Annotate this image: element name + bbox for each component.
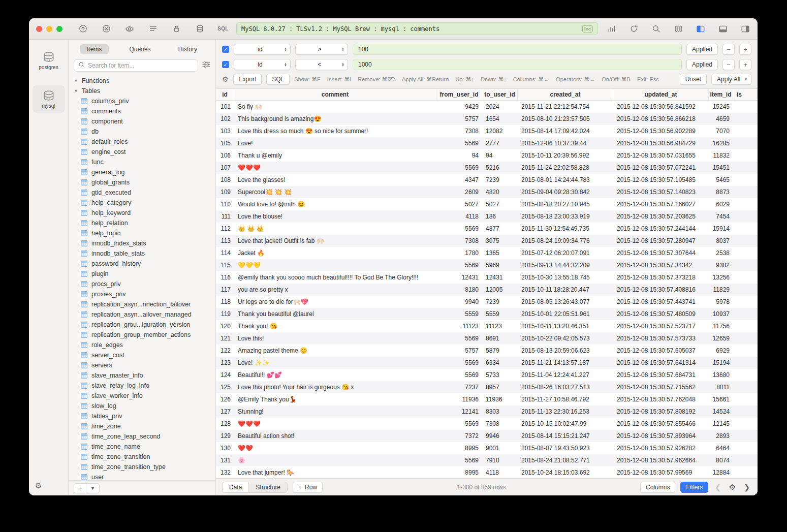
table-row[interactable]: 116@emily thank you soooo much beautiful…	[216, 271, 758, 284]
table-cell[interactable]	[733, 418, 758, 430]
table-cell[interactable]: 9940	[436, 296, 482, 308]
table-cell[interactable]	[733, 101, 758, 113]
table-cell[interactable]	[733, 308, 758, 320]
table-cell[interactable]: Love this photo! Your hair is gorgeous 😘…	[234, 381, 436, 393]
table-cell[interactable]: 12431	[436, 271, 482, 284]
table-cell[interactable]: 5216	[482, 162, 518, 174]
table-cell[interactable]: 2015-08-26 16:03:27.513	[518, 381, 613, 393]
table-cell[interactable]: 2015-10-11 20:39:56.992	[518, 149, 613, 162]
table-cell[interactable]: ❤️❤️❤️	[234, 162, 436, 174]
table-row[interactable]: 118Ur legs are to die for🙌🏻💖994072392015…	[216, 296, 758, 308]
table-cell[interactable]: 112	[216, 223, 234, 235]
table-cell[interactable]: 2015-12-08 15:30:57.480509	[613, 308, 709, 320]
sidebar-table-item[interactable]: help_relation	[69, 218, 215, 228]
table-cell[interactable]: 5757	[436, 345, 482, 357]
table-row[interactable]: 107❤️❤️❤️556952162015-11-24 22:02:58.828…	[216, 162, 758, 174]
table-cell[interactable]: 2015-12-08 15:30:57.166027	[613, 198, 709, 210]
table-cell[interactable]: 5569	[436, 357, 482, 369]
table-cell[interactable]: Love that jacket! Outfit is fab 🙌🏻	[234, 235, 436, 247]
table-cell[interactable]: 114	[216, 247, 234, 259]
table-cell[interactable]	[733, 137, 758, 149]
remove-filter-button[interactable]: −	[722, 44, 735, 55]
table-cell[interactable]: 2015-12-08 15:30:57.203625	[613, 210, 709, 223]
sidebar-table-item[interactable]: help_topic	[69, 228, 215, 238]
table-row[interactable]: 115💛💛💛556959692015-09-13 14:44:32.209201…	[216, 259, 758, 271]
table-cell[interactable]: Jacket 🔥	[234, 247, 436, 259]
table-cell[interactable]: 6334	[482, 357, 518, 369]
table-cell[interactable]: 122	[216, 345, 234, 357]
table-cell[interactable]: 2015-12-08 15:30:57.072241	[613, 162, 709, 174]
table-cell[interactable]: 7070	[709, 125, 733, 137]
rows-icon[interactable]	[148, 24, 158, 34]
section-tables[interactable]: ▼ Tables	[69, 86, 215, 96]
table-cell[interactable]: 5559	[436, 308, 482, 320]
table-cell[interactable]: 5969	[482, 259, 518, 271]
table-row[interactable]: 124Beautiful!! 💕💕556957332015-11-04 12:2…	[216, 369, 758, 381]
table-cell[interactable]: Thank you! 😘	[234, 320, 436, 332]
table-cell[interactable]: 8995	[436, 466, 482, 478]
table-cell[interactable]: Beautiful action shot!	[234, 430, 436, 442]
toggle-bottom-panel-icon[interactable]	[718, 24, 728, 34]
table-cell[interactable]: 5569	[436, 137, 482, 149]
table-cell[interactable]: 11123	[482, 320, 518, 332]
sidebar-table-item[interactable]: gtid_executed	[69, 187, 215, 198]
sidebar-table-item[interactable]: time_zone_transition_type	[69, 462, 215, 472]
table-row[interactable]: 101So fly 🙌🏻942920242015-11-21 22:12:54.…	[216, 101, 758, 113]
table-cell[interactable]: 2015-08-07 19:43:50.923	[518, 442, 613, 454]
table-cell[interactable]: So fly 🙌🏻	[234, 101, 436, 113]
table-cell[interactable]: 👑 👑 👑	[234, 223, 436, 235]
table-cell[interactable]: 2015-08-18 23:00:33.919	[518, 210, 613, 223]
column-header[interactable]: created_at	[518, 89, 613, 100]
table-row[interactable]: 119Thank you beautiful @laurel5559555920…	[216, 308, 758, 320]
add-item-button[interactable]: +	[74, 484, 86, 493]
table-cell[interactable]: 12145	[709, 418, 733, 430]
table-cell[interactable]: you are so pretty x	[234, 284, 436, 296]
table-cell[interactable]: 2015-10-11 13:20:46.351	[518, 320, 613, 332]
table-cell[interactable]: 2015-08-24 19:09:34.776	[518, 235, 613, 247]
sidebar-table-item[interactable]: time_zone_transition	[69, 452, 215, 462]
table-cell[interactable]: 7308	[482, 418, 518, 430]
table-cell[interactable]: 106	[216, 149, 234, 162]
table-cell[interactable]: 2015-08-18 20:27:10.945	[518, 198, 613, 210]
table-cell[interactable]: 12141	[436, 405, 482, 418]
table-cell[interactable]: 2015-11-21 14:13:57.187	[518, 357, 613, 369]
sidebar-table-item[interactable]: slave_master_info	[69, 370, 215, 381]
table-row[interactable]: 120Thank you! 😘11123111232015-10-11 13:2…	[216, 320, 758, 332]
table-cell[interactable]: 128	[216, 418, 234, 430]
table-cell[interactable]: 4877	[482, 223, 518, 235]
sidebar-table-item[interactable]: func	[69, 157, 215, 167]
minimize-window-button[interactable]	[46, 26, 52, 32]
table-cell[interactable]: 8691	[482, 332, 518, 345]
sidebar-table-item[interactable]: help_category	[69, 198, 215, 208]
table-cell[interactable]: 125	[216, 381, 234, 393]
table-cell[interactable]	[733, 210, 758, 223]
table-cell[interactable]: 2015-11-27 10:58:46.792	[518, 393, 613, 405]
table-cell[interactable]: 2015-09-13 14:44:32.209	[518, 259, 613, 271]
table-cell[interactable]: 2015-12-08 15:30:56.841592	[613, 101, 709, 113]
table-cell[interactable]	[733, 259, 758, 271]
table-cell[interactable]: 9946	[482, 430, 518, 442]
table-row[interactable]: 113Love that jacket! Outfit is fab 🙌🏻730…	[216, 235, 758, 247]
table-cell[interactable]: 2015-11-30 12:54:49.735	[518, 223, 613, 235]
column-header[interactable]: to_user_id	[482, 89, 518, 100]
remove-filter-button[interactable]: −	[722, 59, 735, 70]
table-cell[interactable]: Supercool💥 💥 💥	[234, 186, 436, 198]
table-cell[interactable]: 11829	[709, 284, 733, 296]
table-cell[interactable]	[733, 332, 758, 345]
data-tab[interactable]: Data	[223, 482, 248, 492]
table-cell[interactable]: Love! ✨✨	[234, 357, 436, 369]
table-cell[interactable]	[733, 466, 758, 478]
tab-queries[interactable]: Queries	[122, 44, 158, 54]
sidebar-table-item[interactable]: engine_cost	[69, 147, 215, 157]
eye-icon[interactable]	[124, 24, 135, 34]
table-cell[interactable]	[733, 247, 758, 259]
table-cell[interactable]: 5733	[482, 369, 518, 381]
table-cell[interactable]: 15914	[709, 223, 733, 235]
table-cell[interactable]: 118	[216, 296, 234, 308]
table-cell[interactable]: 2015-12-08 15:30:57.373218	[613, 271, 709, 284]
table-cell[interactable]: 15194	[709, 357, 733, 369]
table-cell[interactable]: 12005	[482, 284, 518, 296]
add-filter-button[interactable]: +	[739, 59, 751, 70]
filter-applied-button[interactable]: Applied	[686, 44, 718, 55]
table-cell[interactable]: 109	[216, 186, 234, 198]
